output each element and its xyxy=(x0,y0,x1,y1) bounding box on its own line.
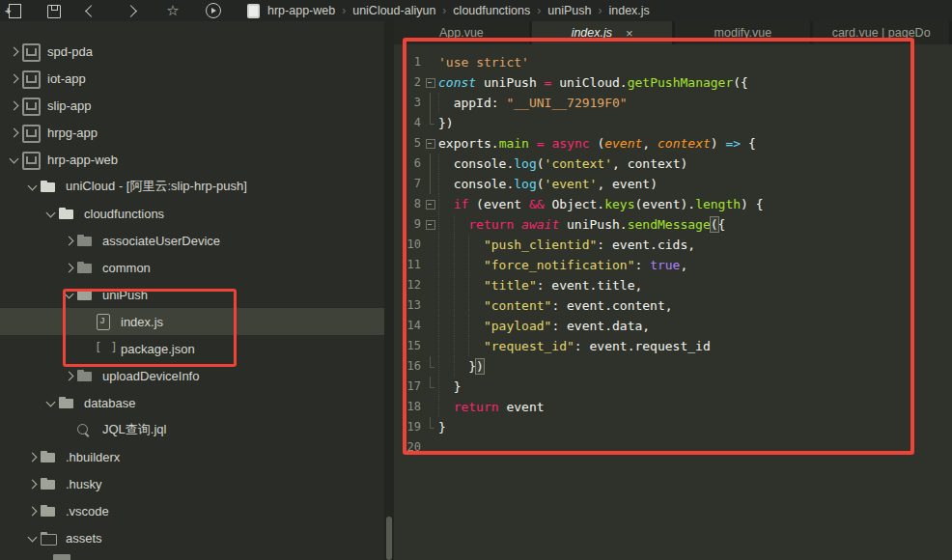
run-icon[interactable] xyxy=(205,3,222,18)
folder-icon xyxy=(40,449,59,464)
tree-item-common[interactable]: common xyxy=(0,254,384,281)
tab-index-js[interactable]: index.js× xyxy=(532,21,673,44)
tree-item-label: database xyxy=(84,396,136,410)
chevron-right-icon[interactable] xyxy=(26,450,40,463)
file-icon xyxy=(247,4,260,18)
star-icon[interactable]: ☆ xyxy=(164,3,182,18)
tree-item-vscode[interactable]: .vscode xyxy=(0,497,384,524)
chevron-spacer xyxy=(63,423,76,436)
close-icon[interactable]: × xyxy=(626,26,633,41)
code-line[interactable]: 8if (event && Object.keys(event).length)… xyxy=(394,194,952,214)
code-line[interactable]: 19} xyxy=(394,417,952,437)
code-line[interactable]: 6console.log('context', context) xyxy=(394,154,952,174)
tree-item-unipush[interactable]: uniPush xyxy=(0,281,384,308)
code-token: return xyxy=(454,400,499,414)
tree-item-associateuserdevice[interactable]: associateUserDevice xyxy=(0,227,384,254)
indent-guide xyxy=(438,356,454,377)
tree-item-slip-app[interactable]: slip-app xyxy=(0,92,384,119)
fold-icon[interactable] xyxy=(423,72,438,93)
code-line[interactable]: 1'use strict' xyxy=(394,52,952,72)
tree-item-label: slip-app xyxy=(47,98,92,113)
code-line[interactable]: 3appId: "__UNI__72919F0" xyxy=(394,93,952,113)
folder-icon xyxy=(40,476,59,491)
tree-item-database[interactable]: database xyxy=(0,389,384,416)
code-editor[interactable]: 1'use strict'2const uniPush = uniCloud.g… xyxy=(394,44,952,560)
chevron-down-icon[interactable] xyxy=(44,207,58,220)
code-line[interactable]: 2const uniPush = uniCloud.getPushManager… xyxy=(394,72,952,93)
chevron-right-icon[interactable] xyxy=(8,44,21,58)
code-line[interactable]: 17} xyxy=(394,377,952,397)
breadcrumb-segment[interactable]: hrp-app-web xyxy=(267,4,335,17)
code-token: log xyxy=(514,156,536,171)
chevron-down-icon[interactable] xyxy=(63,288,76,301)
tree-item-husky[interactable]: .husky xyxy=(0,470,384,497)
line-number: 12 xyxy=(394,275,423,295)
tree-item-unicloud[interactable]: uniCloud - [阿里云:slip-hrp-push] xyxy=(0,173,384,200)
tree-item-assets[interactable]: assets xyxy=(0,524,384,551)
folder-icon xyxy=(76,260,96,275)
tree-item-index-js[interactable]: index.js xyxy=(0,308,384,335)
new-file-icon[interactable] xyxy=(6,3,23,18)
indent-guide xyxy=(438,255,454,275)
chevron-right-icon[interactable] xyxy=(26,477,40,490)
fold-icon[interactable] xyxy=(423,133,438,154)
code-line[interactable]: 10"push_clientid": event.cids, xyxy=(394,235,952,255)
tree-item-jql-query[interactable]: JQL查询.jql xyxy=(0,416,384,443)
tree-item-uploaddeviceinfo[interactable]: uploadDeviceInfo xyxy=(0,362,384,389)
tab-label: App.vue xyxy=(439,26,484,40)
tab-card-vue[interactable]: card.vue | pageDo xyxy=(813,21,949,44)
tree-item-hrpg-app[interactable]: hrpg-app xyxy=(0,119,384,146)
file-tree: spd-pdaiot-appslip-apphrpg-apphrp-app-we… xyxy=(0,38,384,551)
indent-guide xyxy=(438,316,454,336)
breadcrumb-segment[interactable]: uniPush xyxy=(547,4,591,17)
code-line[interactable]: 12"title": event.title, xyxy=(394,275,952,295)
code-line[interactable]: 4}) xyxy=(394,113,952,133)
tree-item-package-json[interactable]: package.json xyxy=(0,335,384,362)
tree-item-hrp-app-web[interactable]: hrp-app-web xyxy=(0,146,384,173)
fold-icon[interactable] xyxy=(423,194,438,214)
tree-item-label: package.json xyxy=(121,342,195,356)
fold-icon[interactable] xyxy=(423,214,438,235)
code-line[interactable]: 15"request_id": event.request_id xyxy=(394,336,952,356)
chevron-right-icon[interactable] xyxy=(63,261,76,274)
back-icon[interactable] xyxy=(85,5,98,17)
code-line[interactable]: 11"force_notification": true, xyxy=(394,255,952,275)
indent-guide xyxy=(438,154,454,174)
breadcrumb-segment[interactable]: uniCloud-aliyun xyxy=(352,4,435,17)
tree-item-iot-app[interactable]: iot-app xyxy=(0,65,384,92)
chevron-right-icon[interactable] xyxy=(8,98,21,112)
code-line[interactable]: 18return event xyxy=(394,397,952,417)
line-number: 7 xyxy=(394,174,423,194)
sidebar-scrollbar[interactable] xyxy=(384,21,394,560)
forward-icon[interactable] xyxy=(125,5,137,17)
breadcrumb-segment[interactable]: cloudfunctions xyxy=(453,4,530,17)
code-line[interactable]: 5exports.main = async (event, context) =… xyxy=(394,133,952,154)
code-line[interactable]: 20 xyxy=(394,437,952,458)
chevron-right-icon[interactable] xyxy=(63,234,76,247)
chevron-right-icon[interactable] xyxy=(8,71,21,85)
code-line[interactable]: 9return await uniPush.sendMessage({ xyxy=(394,214,952,235)
tree-item-hbuilderx[interactable]: .hbuilderx xyxy=(0,443,384,470)
scrollbar-thumb[interactable] xyxy=(386,517,392,560)
tree-item-spd-pda[interactable]: spd-pda xyxy=(0,38,384,65)
chevron-down-icon[interactable] xyxy=(26,531,40,545)
tree-item-label: uploadDeviceInfo xyxy=(102,369,199,383)
chevron-down-icon[interactable] xyxy=(26,180,40,193)
chevron-down-icon[interactable] xyxy=(44,396,58,409)
code-line[interactable]: 16}) xyxy=(394,356,952,377)
chevron-right-icon[interactable] xyxy=(26,504,40,518)
chevron-right-icon[interactable] xyxy=(8,126,21,139)
code-line[interactable]: 7console.log('event', event) xyxy=(394,174,952,194)
chevron-down-icon[interactable] xyxy=(8,153,21,166)
tree-item-cloudfunctions[interactable]: cloudfunctions xyxy=(0,200,384,227)
code-token: { xyxy=(741,136,756,151)
chevron-right-icon[interactable] xyxy=(63,369,76,382)
tab-bar: App.vueindex.js×modify.vuecard.vue | pag… xyxy=(394,21,952,44)
save-icon[interactable] xyxy=(44,3,62,18)
tab-modify-vue[interactable]: modify.vue xyxy=(675,21,810,44)
tab-app-vue[interactable]: App.vue xyxy=(394,21,529,44)
breadcrumb-segment[interactable]: index.js xyxy=(608,4,649,17)
code-line[interactable]: 14"payload": event.data, xyxy=(394,316,952,336)
code-token: sendMessage xyxy=(628,217,711,232)
code-line[interactable]: 13"content": event.content, xyxy=(394,295,952,316)
